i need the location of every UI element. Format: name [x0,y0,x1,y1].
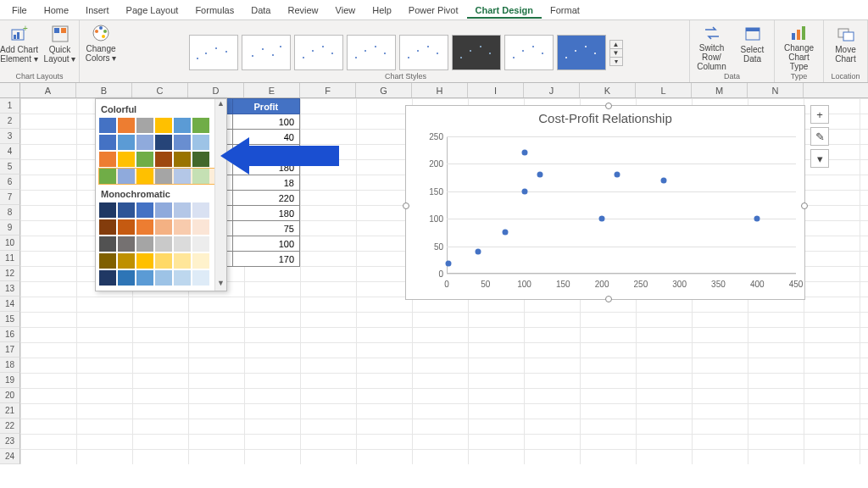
row-header[interactable]: 5 [0,159,20,175]
worksheet[interactable]: ABCDEFGHIJKLMN 1234567891011121314151617… [0,83,868,488]
row-header[interactable]: 8 [0,205,20,220]
cell[interactable]: 220 [232,191,299,206]
chart-style-gallery[interactable]: ▲ ▼ ▾ [189,35,623,70]
quick-layout-button[interactable]: Quick Layout ▾ [41,23,80,70]
tab-help[interactable]: Help [364,2,400,19]
data-point[interactable] [599,216,605,222]
color-scheme-option[interactable] [99,236,223,252]
chart-filters-button[interactable]: ▾ [810,149,829,168]
data-point[interactable] [615,172,620,178]
data-point[interactable] [661,177,667,183]
data-point[interactable] [537,172,542,178]
column-header[interactable]: I [468,83,524,97]
row-header[interactable]: 7 [0,190,20,205]
column-header[interactable]: J [524,83,580,97]
row-header[interactable]: 2 [0,114,20,129]
column-header[interactable]: M [692,83,748,97]
tab-view[interactable]: View [327,2,364,19]
change-chart-type-button[interactable]: Change Chart Type [780,23,819,70]
color-scheme-option[interactable] [99,270,223,286]
chart-style-thumb[interactable] [557,35,606,70]
cell[interactable]: 100 [232,236,299,252]
tab-format[interactable]: Format [542,2,588,19]
color-scheme-option[interactable] [99,152,223,167]
row-header[interactable]: 18 [0,358,20,373]
tab-formulas[interactable]: Formulas [186,2,242,19]
tab-data[interactable]: Data [242,2,279,19]
column-header[interactable]: K [580,83,636,97]
row-header[interactable]: 10 [0,236,20,251]
data-point[interactable] [445,261,451,267]
color-scheme-option[interactable] [99,219,223,235]
row-header[interactable]: 9 [0,220,20,236]
add-chart-element-button[interactable]: + Add Chart Element ▾ [0,23,39,70]
row-header[interactable]: 12 [0,266,20,281]
column-header[interactable]: C [132,83,188,97]
data-point[interactable] [475,249,481,255]
cell[interactable]: 100 [232,114,299,130]
tab-review[interactable]: Review [279,2,326,19]
column-header[interactable]: L [636,83,692,97]
chart-style-thumb[interactable] [294,35,343,70]
color-scheme-option[interactable] [99,135,223,150]
cell[interactable]: 180 [232,206,299,221]
cell[interactable]: 75 [232,221,299,236]
row-header[interactable]: 17 [0,342,20,358]
row-header[interactable]: 15 [0,312,20,327]
tab-home[interactable]: Home [36,2,77,19]
tab-page-layout[interactable]: Page Layout [118,2,187,19]
chart-style-thumb[interactable] [452,35,501,70]
row-header[interactable]: 23 [0,434,20,449]
embedded-chart[interactable]: Cost-Profit Relationship 050100150200250… [405,105,805,300]
column-header[interactable]: E [244,83,300,97]
row-header[interactable]: 11 [0,251,20,266]
column-header[interactable]: D [188,83,244,97]
cell[interactable]: 18 [232,175,299,191]
data-point[interactable] [502,230,508,236]
move-chart-button[interactable]: Move Chart [826,23,865,70]
column-header[interactable]: B [76,83,132,97]
column-header[interactable]: H [412,83,468,97]
chart-styles-button[interactable]: ✎ [810,127,829,146]
column-header[interactable]: N [748,83,804,97]
gallery-more[interactable]: ▾ [610,57,622,65]
chart-elements-button[interactable]: + [810,105,829,124]
row-header[interactable]: 16 [0,327,20,342]
gallery-scroll-up[interactable]: ▲ [610,41,622,48]
column-header[interactable]: G [356,83,412,97]
chart-style-thumb[interactable] [399,35,448,70]
data-point[interactable] [754,216,760,222]
row-header[interactable]: 22 [0,419,20,434]
gallery-scroll-down[interactable]: ▼ [610,48,622,57]
tab-insert[interactable]: Insert [77,2,118,19]
row-header[interactable]: 13 [0,281,20,297]
row-header[interactable]: 24 [0,449,20,464]
chart-style-thumb[interactable] [242,35,291,70]
chart-style-thumb[interactable] [504,35,554,70]
color-scheme-option[interactable] [99,253,223,269]
row-header[interactable]: 19 [0,373,20,388]
row-header[interactable]: 6 [0,175,20,190]
change-colors-button[interactable]: Change Colors ▾ [81,22,120,69]
select-data-button[interactable]: Select Data [733,23,772,70]
column-header[interactable]: F [300,83,356,97]
row-header[interactable]: 3 [0,129,20,144]
tab-chart-design[interactable]: Chart Design [467,2,542,19]
switch-row-column-button[interactable]: Switch Row/ Column [693,23,732,70]
color-scheme-option[interactable] [99,169,223,184]
chart-title[interactable]: Cost-Profit Relationship [406,111,804,125]
color-scheme-option[interactable] [99,202,223,218]
cell[interactable]: 170 [232,252,299,267]
color-scheme-option[interactable] [99,118,223,133]
chart-style-thumb[interactable] [189,35,238,70]
change-colors-dropdown[interactable]: ▲▼ Colorful Monochromatic [95,98,227,291]
data-point[interactable] [521,188,527,194]
plot-area[interactable]: 0501001502002500501001502002503003504004… [447,136,796,274]
dropdown-scrollbar[interactable]: ▲▼ [214,99,226,291]
tab-file[interactable]: File [3,2,36,19]
column-header[interactable]: A [20,83,76,97]
row-header[interactable]: 20 [0,388,20,403]
tab-power-pivot[interactable]: Power Pivot [400,2,467,19]
row-header[interactable]: 21 [0,403,20,419]
row-header[interactable]: 14 [0,297,20,312]
